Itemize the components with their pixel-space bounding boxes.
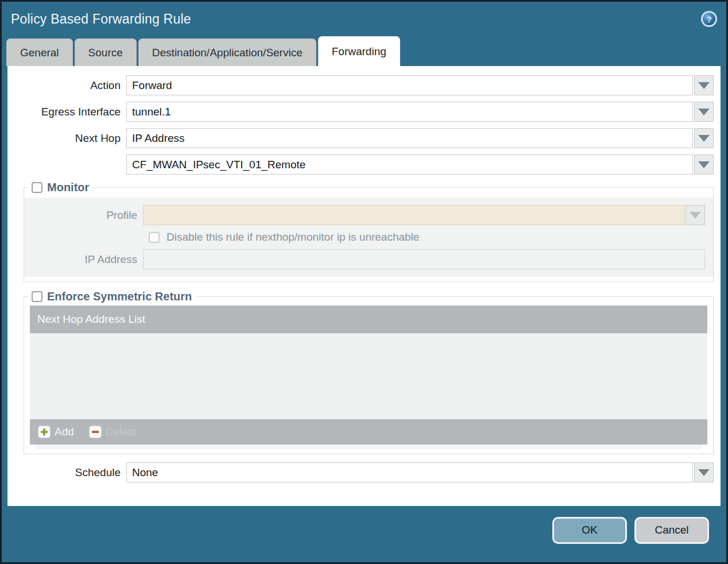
next-hop-type-input[interactable] bbox=[126, 128, 693, 148]
tab-forwarding[interactable]: Forwarding bbox=[318, 36, 400, 66]
egress-interface-input[interactable] bbox=[126, 102, 693, 122]
action-row: Action bbox=[7, 75, 714, 95]
chevron-down-icon bbox=[698, 135, 710, 142]
next-hop-row: Next Hop bbox=[7, 128, 714, 148]
action-dropdown-button[interactable] bbox=[694, 75, 714, 95]
ok-button[interactable]: OK bbox=[552, 517, 627, 544]
monitor-panel: Profile Disable this rule if nexthop/mon… bbox=[24, 198, 713, 277]
tab-source[interactable]: Source bbox=[75, 38, 137, 66]
profile-label: Profile bbox=[24, 209, 143, 222]
add-button-label: Add bbox=[55, 426, 74, 438]
action-input[interactable] bbox=[126, 75, 693, 95]
tab-destination-application-service[interactable]: Destination/Application/Service bbox=[138, 38, 316, 66]
chevron-down-icon bbox=[698, 469, 710, 476]
help-icon[interactable]: ? bbox=[701, 11, 717, 27]
monitor-ip-address-field bbox=[143, 249, 705, 269]
next-hop-address-list-table: Next Hop Address List Add Delete bbox=[30, 306, 707, 449]
next-hop-address-combobox bbox=[126, 154, 714, 175]
dialog-titlebar: Policy Based Forwarding Rule ? bbox=[2, 2, 726, 36]
delete-button[interactable]: Delete bbox=[89, 426, 137, 438]
schedule-row: Schedule bbox=[7, 462, 714, 482]
action-combobox bbox=[126, 75, 714, 95]
next-hop-address-list-toolbar: Add Delete bbox=[30, 419, 707, 445]
tab-general[interactable]: General bbox=[6, 38, 73, 66]
plus-icon bbox=[38, 426, 51, 438]
cancel-button[interactable]: Cancel bbox=[634, 517, 709, 544]
symmetric-return-legend: Enforce Symmetric Return bbox=[28, 290, 196, 303]
next-hop-address-list-body[interactable] bbox=[30, 333, 707, 419]
next-hop-type-dropdown-button[interactable] bbox=[694, 128, 714, 148]
next-hop-address-dropdown-button[interactable] bbox=[694, 154, 714, 175]
next-hop-address-row bbox=[7, 154, 714, 175]
profile-row: Profile bbox=[24, 205, 705, 225]
dialog-title: Policy Based Forwarding Rule bbox=[11, 11, 191, 27]
monitor-title: Monitor bbox=[47, 181, 89, 194]
egress-interface-combobox bbox=[126, 102, 714, 122]
monitor-ip-address-row: IP Address bbox=[24, 249, 705, 269]
next-hop-type-combobox bbox=[126, 128, 714, 148]
monitor-group: Monitor Profile Disable this rule if nex… bbox=[24, 181, 714, 282]
profile-combobox bbox=[143, 205, 705, 225]
symmetric-return-group: Enforce Symmetric Return Next Hop Addres… bbox=[24, 290, 714, 454]
schedule-label: Schedule bbox=[7, 466, 126, 479]
egress-interface-label: Egress Interface bbox=[7, 106, 126, 118]
schedule-dropdown-button[interactable] bbox=[694, 462, 714, 482]
schedule-combobox bbox=[126, 462, 714, 482]
profile-dropdown-button[interactable] bbox=[686, 205, 705, 225]
chevron-down-icon bbox=[698, 161, 710, 168]
next-hop-address-input[interactable] bbox=[126, 154, 693, 175]
minus-icon bbox=[89, 426, 102, 438]
profile-input[interactable] bbox=[143, 205, 684, 225]
chevron-down-icon bbox=[690, 212, 701, 219]
tab-bar: General Source Destination/Application/S… bbox=[2, 36, 726, 66]
add-button[interactable]: Add bbox=[38, 426, 74, 438]
disable-rule-label: Disable this rule if nexthop/monitor ip … bbox=[166, 231, 419, 244]
table-scroll-strip bbox=[36, 445, 702, 449]
chevron-down-icon bbox=[698, 109, 710, 115]
monitor-ip-address-label: IP Address bbox=[24, 253, 143, 266]
next-hop-address-list-header: Next Hop Address List bbox=[30, 306, 707, 333]
monitor-legend: Monitor bbox=[28, 181, 93, 194]
chevron-down-icon bbox=[698, 82, 710, 89]
egress-interface-dropdown-button[interactable] bbox=[694, 102, 714, 122]
disable-rule-checkbox[interactable] bbox=[149, 232, 160, 243]
schedule-input[interactable] bbox=[126, 462, 693, 482]
egress-interface-row: Egress Interface bbox=[7, 102, 714, 122]
symmetric-return-checkbox[interactable] bbox=[32, 291, 42, 302]
disable-rule-row: Disable this rule if nexthop/monitor ip … bbox=[149, 231, 705, 244]
symmetric-return-title: Enforce Symmetric Return bbox=[47, 290, 192, 303]
action-label: Action bbox=[7, 79, 126, 92]
next-hop-label: Next Hop bbox=[7, 132, 126, 145]
monitor-checkbox[interactable] bbox=[32, 182, 42, 193]
dialog-footer: OK Cancel bbox=[2, 506, 726, 562]
delete-button-label: Delete bbox=[106, 426, 137, 438]
monitor-ip-address-input[interactable] bbox=[143, 249, 705, 269]
forwarding-tab-panel: Action Egress Interface Next Hop bbox=[7, 66, 721, 506]
